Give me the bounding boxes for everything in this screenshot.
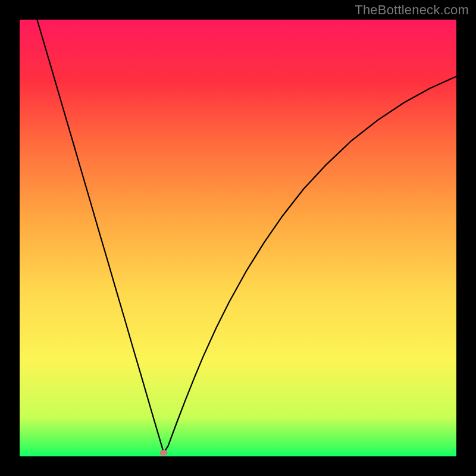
watermark-text: TheBottleneck.com <box>355 4 469 17</box>
minimum-point-marker <box>160 450 168 456</box>
plot-area <box>20 20 456 456</box>
bottleneck-curve <box>20 20 456 456</box>
chart-frame: TheBottleneck.com <box>0 0 476 476</box>
